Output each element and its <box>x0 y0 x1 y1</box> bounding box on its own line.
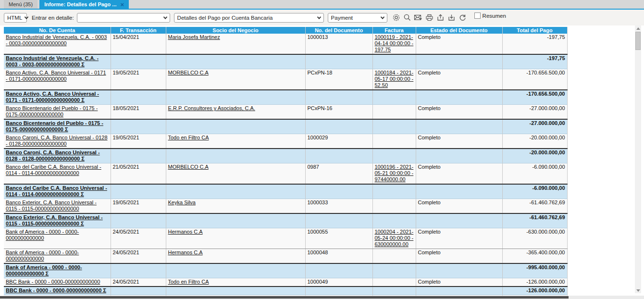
cell-document-status: Completo <box>416 105 502 120</box>
process-select[interactable]: Payment <box>328 13 387 23</box>
cell-payment-total: -170.656.500,00 <box>502 90 567 105</box>
report-area: No. De Cuenta F. Transacción Socio del N… <box>0 25 644 299</box>
summary-row: Banco Exterior, C.A. Banco Universal - 0… <box>4 213 567 228</box>
cell-document-status: Completo <box>416 34 502 54</box>
cell-account: Banco Caroni, C.A. Banco Universal - 012… <box>4 134 111 149</box>
drilldown-label: Entrar en detalle: <box>32 15 74 21</box>
scroll-down-arrow-icon[interactable] <box>635 287 641 293</box>
cell-invoice <box>372 54 416 69</box>
cell-document-status <box>416 119 502 134</box>
cell-account: BBC Bank - 0000 - 0000-000000000000 <box>4 278 111 287</box>
settings-icon[interactable] <box>391 12 401 23</box>
summary-row: Banco Activo, C.A. Banco Universal - 017… <box>4 90 567 105</box>
cell-account: Bank of America - 0000 - 0000-0000000000… <box>4 228 111 249</box>
summary-row: Banco Bicentenario del Pueblo - 0175 - 0… <box>4 119 567 134</box>
cell-document-number <box>305 263 372 278</box>
account-link[interactable]: Bank of America - 0000 - 0000-0000000000… <box>6 264 82 276</box>
col-header-transaction-date[interactable]: F. Transacción <box>111 27 166 34</box>
business-partner-link[interactable]: Todo en Filtro CA <box>168 135 209 140</box>
tab-menu[interactable]: Menú (35) <box>4 0 37 9</box>
import-icon[interactable] <box>446 12 457 23</box>
cell-payment-total: -20.000.000,00 <box>502 149 567 163</box>
business-partner-link[interactable]: E.R.P. Consultores y Asociados, C.A. <box>168 105 255 111</box>
vertical-scrollbar[interactable] <box>635 25 641 293</box>
account-link[interactable]: Banco Caroni, C.A. Banco Universal - 012… <box>6 135 108 147</box>
col-header-payment-total[interactable]: Total del Pago <box>502 27 567 34</box>
business-partner-link[interactable]: Hermanos C.A <box>168 249 203 255</box>
export-icon[interactable] <box>435 12 446 23</box>
cell-payment-total: -170.656.500,00 <box>502 69 567 90</box>
tab-report[interactable]: Informe: Detalles del Pago ... × <box>39 0 129 9</box>
account-link[interactable]: Banco Bicentenario del Pueblo - 0175 - 0… <box>6 120 103 132</box>
invoice-link[interactable]: 1000204 - 2021-05-24 00:00:00 - 63000000… <box>375 229 414 247</box>
cell-transaction-date <box>111 287 166 295</box>
account-link[interactable]: Banco del Caribe C.A. Banco Universal - … <box>6 164 101 176</box>
horizontal-scrollbar[interactable] <box>0 296 644 299</box>
cell-document-status <box>416 287 502 295</box>
col-header-account[interactable]: No. De Cuenta <box>4 27 111 34</box>
account-link[interactable]: Banco Exterior, C.A. Banco Universal - 0… <box>6 199 97 212</box>
invoice-link[interactable]: 1000184 - 2021-05-17 00:00:00 - 52.50 <box>375 70 414 88</box>
table-row: Bank of America - 0000 - 0000-0000000000… <box>4 249 567 264</box>
account-link[interactable]: Banco Industrial de Venezuela, C.A. - 00… <box>6 34 107 46</box>
refresh-icon[interactable] <box>458 12 468 23</box>
payment-report-table: No. De Cuenta F. Transacción Socio del N… <box>4 27 568 299</box>
business-partner-link[interactable]: Keyka Silva <box>168 199 196 205</box>
business-partner-link[interactable]: Maria Josefa Martinez <box>168 34 220 40</box>
cell-transaction-date <box>111 263 166 278</box>
format-select[interactable]: HTML <box>4 13 27 23</box>
cell-account: Banco Industrial de Venezuela, C.A. - 00… <box>4 54 111 69</box>
vertical-scrollbar-thumb[interactable] <box>635 32 641 50</box>
table-row: Banco Bicentenario del Pueblo - 0175 - 0… <box>4 105 567 120</box>
report-select[interactable]: Detalles del Pago por Cuenta Bancaria <box>174 13 324 23</box>
business-partner-link[interactable]: MORBELCO C.A <box>168 164 209 170</box>
drilldown-select[interactable] <box>77 13 170 23</box>
cell-business-partner: MORBELCO C.A <box>166 163 305 185</box>
cell-document-number: 1000029 <box>305 134 372 149</box>
account-link[interactable]: BBC Bank - 0000 - 0000-000000000000 <box>6 279 100 285</box>
account-link[interactable]: BBC Bank - 0000 - 0000-000000000000 Σ <box>6 287 106 293</box>
cell-payment-total: -61.460.762,69 <box>502 199 567 214</box>
tab-menu-label: Menú (35) <box>9 1 33 7</box>
account-link[interactable]: Banco Activo, C.A. Banco Universal - 017… <box>6 70 106 82</box>
cell-document-number <box>305 119 372 134</box>
col-header-invoice[interactable]: Factura <box>372 27 416 34</box>
cell-document-number: PCxPN-16 <box>305 105 372 120</box>
cell-invoice <box>372 134 416 149</box>
account-link[interactable]: Bank of America - 0000 - 0000-0000000000… <box>6 249 79 262</box>
col-header-document-number[interactable]: No. del Documento <box>305 27 372 34</box>
business-partner-link[interactable]: Hermanos C.A <box>168 229 203 235</box>
business-partner-link[interactable]: MORBELCO C.A <box>168 70 209 75</box>
table-row: Banco del Caribe C.A. Banco Universal - … <box>4 163 567 185</box>
col-header-document-status[interactable]: Estado del Documento <box>416 27 502 34</box>
summary-checkbox[interactable] <box>474 12 481 19</box>
cell-document-status <box>416 213 502 228</box>
account-link[interactable]: Banco Activo, C.A. Banco Universal - 017… <box>6 91 99 103</box>
invoice-link[interactable]: 1000196 - 2021-05-21 00:00:00 - 97440000… <box>375 164 414 182</box>
col-header-business-partner[interactable]: Socio del Negocio <box>166 27 305 34</box>
email-report-icon[interactable] <box>413 12 423 23</box>
account-link[interactable]: Banco Caroni, C.A. Banco Universal - 012… <box>6 150 100 162</box>
account-link[interactable]: Banco Exterior, C.A. Banco Universal - 0… <box>6 214 103 226</box>
invoice-link[interactable]: 1000119 - 2021-04-14 00:00:00 - 197.75 <box>375 34 414 52</box>
account-link[interactable]: Banco Industrial de Venezuela, C.A. - 00… <box>6 55 99 67</box>
cell-transaction-date <box>111 213 166 228</box>
close-icon[interactable]: × <box>121 1 124 8</box>
account-link[interactable]: Bank of America - 0000 - 0000-0000000000… <box>6 229 79 241</box>
scroll-up-arrow-icon[interactable] <box>635 25 641 31</box>
cell-account: Banco del Caribe C.A. Banco Universal - … <box>4 184 111 199</box>
table-row: Banco Activo, C.A. Banco Universal - 017… <box>4 69 567 90</box>
search-icon[interactable] <box>402 12 412 23</box>
cell-document-status <box>416 90 502 105</box>
business-partner-link[interactable]: Todo en Filtro CA <box>168 279 209 285</box>
account-link[interactable]: Banco del Caribe C.A. Banco Universal - … <box>6 185 107 197</box>
cell-document-status: Completo <box>416 278 502 287</box>
cell-transaction-date: 21/05/2021 <box>111 163 166 185</box>
cell-payment-total: -20.000.000,00 <box>502 134 567 149</box>
horizontal-scrollbar-thumb[interactable] <box>0 296 569 299</box>
print-icon[interactable] <box>424 12 434 23</box>
cell-invoice: 1000119 - 2021-04-14 00:00:00 - 197.75 <box>372 34 416 54</box>
account-link[interactable]: Banco Bicentenario del Pueblo - 0175 - 0… <box>6 105 98 117</box>
cell-account: Banco Bicentenario del Pueblo - 0175 - 0… <box>4 105 111 120</box>
cell-business-partner: Todo en Filtro CA <box>166 278 305 287</box>
